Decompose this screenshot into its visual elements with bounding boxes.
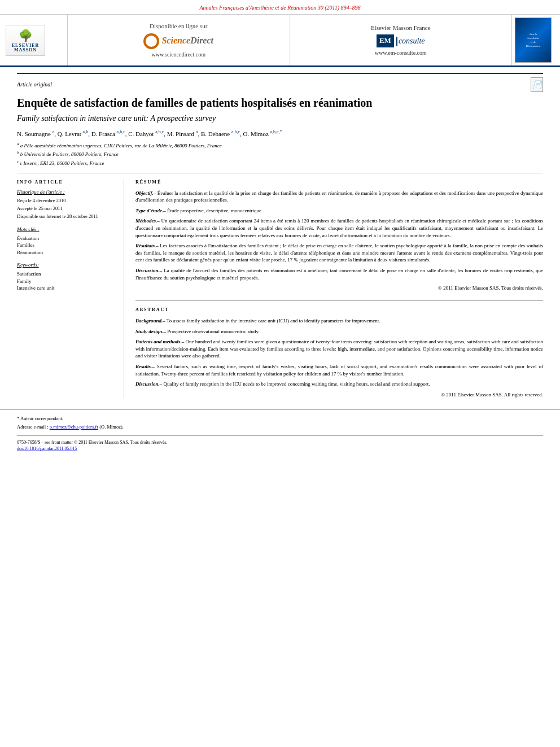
authors-line: N. Soumagne a, Q. Levrat a,b, D. Frasca … [17, 129, 543, 138]
abstract-copyright: © 2011 Elsevier Masson SAS. All rights r… [135, 391, 543, 399]
keyword-3: Intensive care unit [17, 285, 115, 292]
page-wrapper: Annales Françaises d'Anesthésie et de Ré… [0, 0, 560, 747]
mot-cle-2: Familles [17, 242, 115, 249]
available-online-date: Disponible sur Internet le 28 octobre 20… [17, 213, 115, 220]
resume-methodes: Méthodes.– Un questionnaire de satisfact… [135, 217, 543, 239]
elsevier-tree-icon: 🌳 [19, 28, 33, 43]
footer-doi: doi:10.1016/j.annfar.2011.05.015 [17, 445, 543, 452]
resume-resultats: Résultats.– Les facteurs associés à l'in… [135, 242, 543, 264]
historique-title: Historique de l'article : [17, 189, 115, 196]
journal-title-link[interactable]: Annales Françaises d'Anesthésie et de Ré… [199, 5, 360, 11]
abstract-title: ABSTRACT [135, 307, 543, 313]
banner-left: 🌳 ELSEVIERMASSON [6, 15, 68, 65]
resume-copyright: © 2011 Elsevier Masson SAS. Tous droits … [135, 285, 543, 292]
banner-row: 🌳 ELSEVIERMASSON Disponible en ligne sur… [0, 15, 560, 67]
accepted-date: Accepté le 25 mai 2011 [17, 206, 115, 212]
received-date: Reçu le 4 décembre 2010 [17, 198, 115, 204]
footer-area: * Auteur correspondant. Adresse e-mail :… [0, 409, 560, 455]
article-area: Article original 📄 Enquête de satisfacti… [0, 67, 560, 404]
journal-cover-image: Ann FrAnesthésieet deRéanimation [515, 18, 552, 63]
abstract-results: Results.– Several factors, such as waiti… [135, 363, 543, 377]
article-title-english: Family satisfaction in intensive care un… [17, 113, 543, 124]
em-consulte-logo: EM consulte [377, 34, 425, 47]
resume-type-etude: Type d'étude.– Étude prospective, descri… [135, 207, 543, 215]
elsevier-logo-box: 🌳 ELSEVIERMASSON [6, 25, 45, 56]
banner-middle: Disponible en ligne sur ScienceDirect ww… [68, 15, 290, 65]
affiliation-b: b b Université de Poitiers, 86000 Poitie… [17, 150, 543, 158]
mot-cle-3: Réanimation [17, 249, 115, 256]
footer-email-link[interactable]: o.mimoz@chu-poitiers.fr [50, 424, 98, 430]
abstract-study-design: Study design.– Prospective observational… [135, 328, 543, 335]
mot-cle-1: Évaluation [17, 235, 115, 242]
col-right: RÉSUMÉ Objectif.– Évaluer la satisfactio… [135, 179, 543, 399]
keyword-1: Satisfaction [17, 270, 115, 278]
journal-header: Annales Françaises d'Anesthésie et de Ré… [0, 0, 560, 15]
footer-issn: 0750-7658/$ – see front matter © 2011 El… [17, 439, 543, 445]
affiliation-c: c c Inserm, ERI 23, 86000 Poitiers, Fran… [17, 159, 543, 167]
sd-circle-icon [143, 33, 159, 49]
affiliation-a: a a Pôle anesthésie réanimation urgences… [17, 142, 543, 150]
footer-email-label: Adresse e-mail : [17, 424, 49, 430]
footer-bottom: 0750-7658/$ – see front matter © 2011 El… [17, 435, 543, 452]
em-box: EM [377, 34, 394, 47]
em-url: www.em-consulte.com [375, 49, 427, 57]
resume-objectif: Objectif.– Évaluer la satisfaction et la… [135, 190, 543, 204]
em-consulte-text: consulte [399, 36, 425, 47]
info-article-title: INFO ARTICLE [17, 179, 115, 185]
sd-circle-inner [146, 36, 157, 47]
keyword-2: Family [17, 278, 115, 285]
article-type-row: Article original 📄 [17, 73, 543, 92]
journal-cover: Ann FrAnesthésieet deRéanimation [512, 15, 554, 65]
footer-email-person: O. Mimoz [101, 424, 121, 430]
keywords-title: Keywords: [17, 261, 115, 269]
abstract-section: ABSTRACT Background.– To assess family s… [135, 300, 543, 399]
footer-email: Adresse e-mail : o.mimoz@chu-poitiers.fr… [17, 424, 543, 431]
mots-cles-title: Mots clés : [17, 226, 115, 233]
cover-text: Ann FrAnesthésieet deRéanimation [526, 32, 541, 48]
resume-discussion: Discussion.– La qualité de l'accueil des… [135, 267, 543, 281]
two-col-layout: INFO ARTICLE Historique de l'article : R… [17, 179, 543, 399]
elsevier-logo: 🌳 ELSEVIERMASSON [6, 25, 45, 56]
col-left: INFO ARTICLE Historique de l'article : R… [17, 179, 124, 399]
keywords-list: Satisfaction Family Intensive care unit [17, 270, 115, 292]
article-title-french: Enquête de satisfaction de familles de p… [17, 95, 543, 110]
abstract-discussion: Discussion.– Quality of family reception… [135, 381, 543, 388]
section-divider [17, 173, 543, 173]
footer-doi-link[interactable]: doi:10.1016/j.annfar.2011.05.015 [17, 446, 77, 451]
abstract-patients-methods: Patients and methods.– One hundred and t… [135, 338, 543, 360]
em-header-text: Elsevier Masson France [371, 24, 431, 32]
abstract-background: Background.– To assess family satisfacti… [135, 317, 543, 325]
available-text: Disponible en ligne sur [150, 22, 207, 30]
em-bar-icon [396, 37, 397, 46]
mots-cles-list: Évaluation Familles Réanimation [17, 235, 115, 256]
sciencedirect-text: ScienceDirect [161, 34, 213, 47]
article-type-label: Article original [17, 81, 52, 89]
resume-title: RÉSUMÉ [135, 179, 543, 185]
abstract-divider [135, 300, 543, 301]
banner-right: Elsevier Masson France EM consulte www.e… [290, 15, 513, 65]
sciencedirect-logo: ScienceDirect [143, 33, 213, 49]
elsevier-brand-name: ELSEVIERMASSON [12, 43, 39, 54]
sciencedirect-url: www.sciencedirect.com [152, 51, 205, 59]
footer-asterisk-note: * Auteur correspondant. [17, 416, 543, 422]
document-icon: 📄 [531, 77, 543, 92]
